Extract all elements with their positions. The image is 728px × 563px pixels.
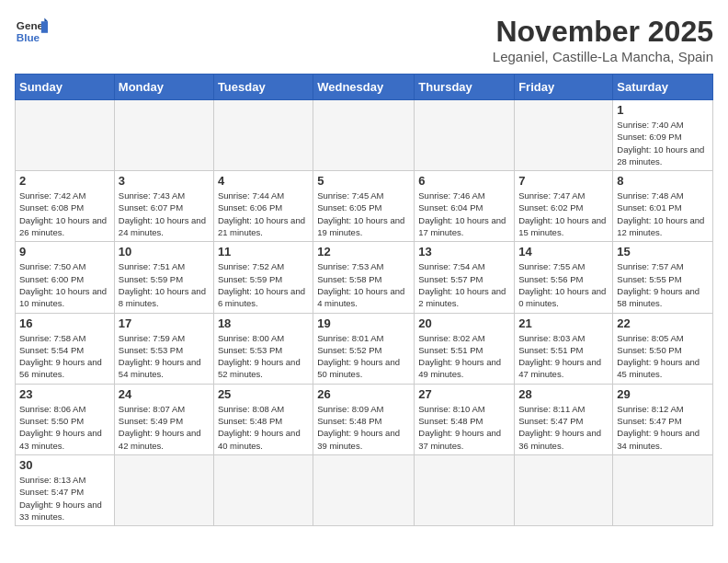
day-4: 4 Sunrise: 7:44 AMSunset: 6:06 PMDayligh… [213,171,313,242]
day-23: 23 Sunrise: 8:06 AMSunset: 5:50 PMDaylig… [16,384,115,454]
day-14: 14 Sunrise: 7:55 AMSunset: 5:56 PMDaylig… [515,242,613,313]
header-saturday: Saturday [613,75,713,100]
week-row-3: 9 Sunrise: 7:50 AMSunset: 6:00 PMDayligh… [16,242,713,313]
empty-cell [213,100,313,171]
day-19: 19 Sunrise: 8:01 AMSunset: 5:52 PMDaylig… [313,313,415,384]
svg-text:Blue: Blue [17,31,40,43]
day-20: 20 Sunrise: 8:02 AMSunset: 5:51 PMDaylig… [415,313,515,384]
empty-cell [313,100,415,171]
day-1: 1 Sunrise: 7:40 AM Sunset: 6:09 PM Dayli… [613,100,713,171]
empty-cell [515,100,613,171]
logo: General Blue [15,15,48,48]
day-8: 8 Sunrise: 7:48 AMSunset: 6:01 PMDayligh… [613,171,713,242]
week-row-4: 16 Sunrise: 7:58 AMSunset: 5:54 PMDaylig… [16,313,713,384]
header-monday: Monday [114,75,213,100]
day-10: 10 Sunrise: 7:51 AMSunset: 5:59 PMDaylig… [114,242,213,313]
day-22: 22 Sunrise: 8:05 AMSunset: 5:50 PMDaylig… [613,313,713,384]
empty-cell [114,454,213,525]
day-7: 7 Sunrise: 7:47 AMSunset: 6:02 PMDayligh… [515,171,613,242]
day-13: 13 Sunrise: 7:54 AMSunset: 5:57 PMDaylig… [415,242,515,313]
day-30: 30 Sunrise: 8:13 AMSunset: 5:47 PMDaylig… [16,454,115,525]
day-16: 16 Sunrise: 7:58 AMSunset: 5:54 PMDaylig… [16,313,115,384]
header-tuesday: Tuesday [213,75,313,100]
week-row-1: 1 Sunrise: 7:40 AM Sunset: 6:09 PM Dayli… [16,100,713,171]
day-5: 5 Sunrise: 7:45 AMSunset: 6:05 PMDayligh… [313,171,415,242]
day-26: 26 Sunrise: 8:09 AMSunset: 5:48 PMDaylig… [313,384,415,454]
header-friday: Friday [515,75,613,100]
title-area: November 2025 Leganiel, Castille-La Manc… [493,15,713,64]
empty-cell [415,454,515,525]
empty-cell [415,100,515,171]
day-11: 11 Sunrise: 7:52 AMSunset: 5:59 PMDaylig… [213,242,313,313]
header-sunday: Sunday [16,75,115,100]
calendar-table: Sunday Monday Tuesday Wednesday Thursday… [15,74,713,526]
week-row-6: 30 Sunrise: 8:13 AMSunset: 5:47 PMDaylig… [16,454,713,525]
month-title: November 2025 [493,15,713,49]
location-title: Leganiel, Castille-La Mancha, Spain [493,49,713,64]
svg-marker-2 [41,21,48,33]
day-3: 3 Sunrise: 7:43 AMSunset: 6:07 PMDayligh… [114,171,213,242]
day-9: 9 Sunrise: 7:50 AMSunset: 6:00 PMDayligh… [16,242,115,313]
logo-icon: General Blue [15,15,48,48]
day-27: 27 Sunrise: 8:10 AMSunset: 5:48 PMDaylig… [415,384,515,454]
day-6: 6 Sunrise: 7:46 AMSunset: 6:04 PMDayligh… [415,171,515,242]
day-28: 28 Sunrise: 8:11 AMSunset: 5:47 PMDaylig… [515,384,613,454]
day-18: 18 Sunrise: 8:00 AMSunset: 5:53 PMDaylig… [213,313,313,384]
empty-cell [613,454,713,525]
day-25: 25 Sunrise: 8:08 AMSunset: 5:48 PMDaylig… [213,384,313,454]
day-15: 15 Sunrise: 7:57 AMSunset: 5:55 PMDaylig… [613,242,713,313]
day-12: 12 Sunrise: 7:53 AMSunset: 5:58 PMDaylig… [313,242,415,313]
weekday-header-row: Sunday Monday Tuesday Wednesday Thursday… [16,75,713,100]
day-17: 17 Sunrise: 7:59 AMSunset: 5:53 PMDaylig… [114,313,213,384]
header-wednesday: Wednesday [313,75,415,100]
day-29: 29 Sunrise: 8:12 AMSunset: 5:47 PMDaylig… [613,384,713,454]
day-21: 21 Sunrise: 8:03 AMSunset: 5:51 PMDaylig… [515,313,613,384]
empty-cell [213,454,313,525]
week-row-2: 2 Sunrise: 7:42 AMSunset: 6:08 PMDayligh… [16,171,713,242]
day-2: 2 Sunrise: 7:42 AMSunset: 6:08 PMDayligh… [16,171,115,242]
empty-cell [313,454,415,525]
empty-cell [114,100,213,171]
header-thursday: Thursday [415,75,515,100]
page-header: General Blue November 2025 Leganiel, Cas… [15,15,713,64]
empty-cell [515,454,613,525]
empty-cell [16,100,115,171]
week-row-5: 23 Sunrise: 8:06 AMSunset: 5:50 PMDaylig… [16,384,713,454]
day-24: 24 Sunrise: 8:07 AMSunset: 5:49 PMDaylig… [114,384,213,454]
